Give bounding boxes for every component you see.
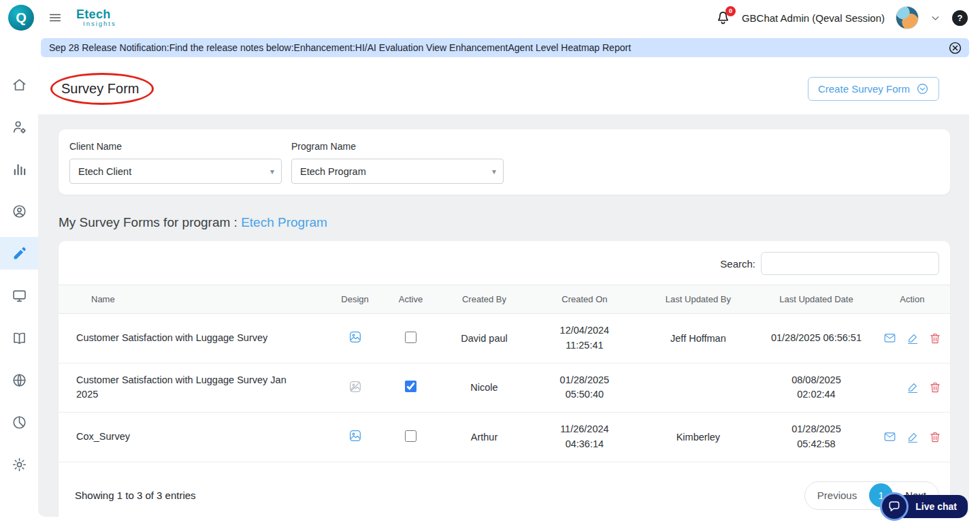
live-chat-button[interactable]: Live chat bbox=[880, 492, 968, 521]
filters-card: Client Name Etech Client ▾ Program Name … bbox=[59, 129, 950, 195]
home-icon bbox=[12, 77, 27, 93]
dropdown-caret-icon: ▾ bbox=[492, 167, 496, 176]
table-row: Cox_Survey Arthur 11/26/2024 04:36:14 Ki… bbox=[59, 413, 950, 462]
column-header-last-updated-by: Last Updated By bbox=[638, 285, 758, 314]
hamburger-menu-icon[interactable] bbox=[48, 10, 63, 25]
survey-name: Customer Satisfaction with Luggage Surve… bbox=[59, 363, 326, 413]
edit-action-icon[interactable] bbox=[906, 431, 919, 443]
last-updated-by: Jeff Hoffman bbox=[638, 314, 758, 364]
notification-bell-icon[interactable]: 0 bbox=[715, 10, 731, 26]
column-header-action: Action bbox=[875, 285, 950, 314]
design-button-disabled bbox=[348, 380, 362, 394]
page-title: Survey Form bbox=[61, 81, 139, 96]
book-icon bbox=[12, 330, 27, 346]
chat-bubble-icon bbox=[880, 492, 909, 521]
user-name: GBChat Admin (Qeval Session) bbox=[742, 12, 885, 24]
created-on: 01/28/2025 05:50:40 bbox=[531, 363, 638, 413]
sidebar-item-analytics[interactable] bbox=[0, 153, 38, 185]
active-checkbox[interactable] bbox=[405, 430, 416, 442]
last-updated-by: Kimberley bbox=[638, 413, 758, 462]
brand-primary-text: Etech bbox=[76, 8, 116, 21]
survey-pen-icon bbox=[12, 246, 27, 261]
client-name-label: Client Name bbox=[69, 141, 282, 152]
pie-chart-icon bbox=[12, 415, 27, 430]
create-survey-form-button[interactable]: Create Survey Form bbox=[808, 77, 939, 101]
delete-action-icon[interactable] bbox=[929, 332, 941, 344]
edit-action-icon[interactable] bbox=[906, 332, 919, 344]
mail-action-icon[interactable] bbox=[883, 332, 896, 344]
last-updated-by bbox=[638, 363, 758, 413]
bar-chart-icon bbox=[12, 161, 27, 177]
dropdown-caret-icon: ▾ bbox=[270, 167, 274, 176]
brand-logo: Etech Insights bbox=[76, 8, 116, 28]
sidebar-item-monitoring[interactable] bbox=[0, 279, 38, 312]
search-input[interactable] bbox=[761, 252, 939, 275]
pagination-previous[interactable]: Previous bbox=[805, 490, 869, 501]
column-header-created-on: Created On bbox=[531, 285, 638, 314]
sidebar-item-reports[interactable] bbox=[0, 406, 38, 438]
table-row: Customer Satisfaction with Luggage Surve… bbox=[59, 363, 950, 413]
caret-circle-icon bbox=[916, 82, 929, 95]
agent-icon bbox=[12, 204, 27, 219]
client-select[interactable]: Etech Client ▾ bbox=[69, 159, 282, 184]
design-button[interactable] bbox=[348, 429, 362, 443]
top-bar: Q Etech Insights 0 GBChat Admin (Qeval S… bbox=[0, 0, 980, 35]
main-content: Survey Form Create Survey Form Client Na… bbox=[38, 63, 969, 517]
banner-text: Sep 28 Release Notification:Find the rel… bbox=[49, 42, 631, 53]
delete-action-icon[interactable] bbox=[929, 431, 941, 443]
edit-action-icon[interactable] bbox=[906, 381, 919, 394]
created-by: Nicole bbox=[438, 363, 532, 413]
created-by: Arthur bbox=[438, 413, 532, 462]
column-header-design: Design bbox=[326, 285, 384, 314]
created-on: 11/26/2024 04:36:14 bbox=[531, 413, 638, 462]
create-survey-form-label: Create Survey Form bbox=[818, 83, 910, 95]
banner-row: Sep 28 Release Notification:Find the rel… bbox=[0, 35, 980, 63]
sidebar-item-survey[interactable] bbox=[0, 237, 38, 270]
delete-action-icon[interactable] bbox=[929, 381, 941, 394]
user-settings-icon bbox=[12, 119, 27, 135]
brand-secondary-text: Insights bbox=[76, 20, 116, 27]
survey-table: Name Design Active Created By Created On… bbox=[59, 285, 950, 462]
sidebar-item-user-management[interactable] bbox=[0, 110, 38, 143]
search-label: Search: bbox=[720, 258, 755, 270]
sidebar bbox=[0, 63, 38, 529]
notification-badge: 0 bbox=[725, 6, 736, 16]
column-header-last-updated-date: Last Updated Date bbox=[758, 285, 874, 314]
sidebar-item-library[interactable] bbox=[0, 321, 38, 354]
entries-summary: Showing 1 to 3 of 3 entries bbox=[75, 490, 196, 501]
sidebar-item-home[interactable] bbox=[0, 68, 38, 101]
table-row: Customer Satisfaction with Luggage Surve… bbox=[59, 314, 950, 364]
last-updated-date: 01/28/2025 05:42:58 bbox=[758, 413, 874, 462]
release-notification-banner: Sep 28 Release Notification:Find the rel… bbox=[41, 38, 969, 57]
help-button[interactable]: ? bbox=[952, 10, 968, 26]
qeval-logo[interactable]: Q bbox=[8, 5, 34, 31]
table-header-row: Name Design Active Created By Created On… bbox=[59, 285, 950, 314]
active-checkbox[interactable] bbox=[405, 381, 416, 392]
avatar[interactable] bbox=[896, 6, 919, 29]
program-select[interactable]: Etech Program ▾ bbox=[291, 159, 504, 184]
survey-table-card: Search: Name Design Active Crea bbox=[59, 241, 950, 517]
sidebar-item-global[interactable] bbox=[0, 364, 38, 396]
design-button[interactable] bbox=[348, 330, 362, 344]
monitor-icon bbox=[12, 288, 27, 304]
empty-action-slot bbox=[883, 381, 896, 394]
survey-name: Cox_Survey bbox=[59, 413, 326, 462]
sidebar-item-agent[interactable] bbox=[0, 195, 38, 227]
section-program-link[interactable]: Etech Program bbox=[241, 215, 327, 229]
last-updated-date: 01/28/2025 06:56:51 bbox=[758, 314, 874, 364]
live-chat-label: Live chat bbox=[900, 495, 968, 518]
column-header-created-by: Created By bbox=[438, 285, 532, 314]
settings-icon bbox=[12, 457, 27, 472]
mail-action-icon[interactable] bbox=[883, 430, 896, 443]
banner-close-icon[interactable] bbox=[948, 41, 962, 55]
sidebar-item-settings[interactable] bbox=[0, 448, 38, 481]
active-checkbox[interactable] bbox=[405, 332, 416, 343]
survey-name: Customer Satisfaction with Luggage Surve… bbox=[59, 314, 326, 364]
user-menu-chevron-icon[interactable] bbox=[930, 12, 941, 24]
last-updated-date: 08/08/2025 02:02:44 bbox=[758, 363, 874, 413]
client-select-value: Etech Client bbox=[78, 166, 131, 177]
column-header-name: Name bbox=[59, 285, 326, 314]
program-name-label: Program Name bbox=[291, 141, 504, 152]
globe-icon bbox=[12, 372, 27, 388]
section-heading-prefix: My Survey Forms for program : bbox=[59, 215, 238, 229]
